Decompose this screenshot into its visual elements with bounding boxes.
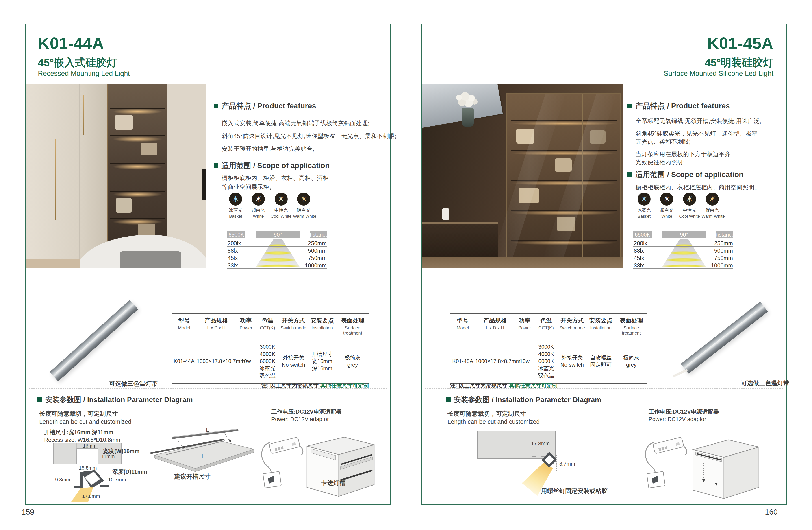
product-photo-closet (422, 84, 623, 268)
spec-table-row: K01-45A 1000×17.8×8.7mm 10w 3000K4000K60… (450, 339, 648, 383)
profile-product-image (687, 305, 769, 370)
cabinet-diagram (690, 434, 761, 500)
bed-throw (120, 251, 181, 268)
lux-row: 45lx750mm (227, 253, 327, 261)
cabinet-caption: 卡进灯槽 (321, 479, 346, 487)
cell-surface: 极简灰grey (336, 354, 369, 368)
cell-surface: 极简灰grey (615, 354, 648, 368)
power-note-cn: 工作电压:DC12V电源适配器 (649, 408, 719, 415)
section-bullet-icon (627, 104, 632, 108)
vase (462, 108, 474, 127)
page-number-right: 160 (765, 507, 778, 516)
sun-icon: ☀ (683, 193, 696, 206)
install-heading: 安装参数图 / Installation Parameter Diagram (38, 395, 193, 405)
light-color-option: ☀ 中性光Cool White (679, 193, 700, 219)
profile-caption: 可选做三色温灯带 (741, 379, 789, 387)
dim-label: 8.7mm (559, 461, 575, 467)
beam-angle-bar: 90° (256, 231, 300, 238)
power-note-en: Power: DC12V adaptor (649, 416, 706, 422)
page-title: K01-44A (38, 34, 104, 53)
lux-row: 200lx250mm (227, 239, 327, 246)
light-color-option: ☀ 冰蓝光Basket (225, 193, 246, 219)
feature-line: 无光点、柔和不刺眼; (636, 138, 691, 145)
cell-size: 1000×17.8×10.7mm (197, 358, 236, 365)
mounting-board-diagram: 17.8mm (477, 431, 556, 459)
cell-switch: 外接开关No switch (558, 354, 586, 368)
light-color-option: ☀ 暖白光Warm White (701, 193, 723, 219)
sun-icon: ☀ (638, 193, 651, 206)
beam-angle-bar: 90° (662, 231, 706, 238)
sun-icon: ☀ (275, 193, 288, 206)
page-title: K01-45A (707, 34, 773, 53)
spec-table-header: 型号Model 产品规格L x D x H 功率Power 色温CCT(K) 开… (172, 314, 369, 339)
groove-length-label: L (202, 453, 205, 460)
section-bullet-icon (627, 172, 632, 177)
board-length-label: L (206, 427, 209, 433)
dim-label: 17.8mm (82, 493, 100, 499)
section-bullet-icon (38, 398, 42, 402)
feature-line: 斜角45°防炫目设计,见光不见灯,迷你型极窄、无光点、柔和不刺眼; (222, 132, 396, 140)
scope-heading: 适用范围 / Scope of application (627, 170, 743, 180)
board-width-label: 宽度(W)16mm (103, 447, 140, 455)
cell-cct: 3000K4000K6000K冰蓝光双色温 (256, 343, 279, 379)
scope-line: 等商业空间展示柜。 (222, 183, 275, 191)
spec-table-header: 型号Model 产品规格L x D x H 功率Power 色温CCT(K) 开… (450, 314, 648, 339)
dim-label: 10.7mm (108, 477, 126, 483)
cell-model: K01-45A (450, 358, 475, 365)
scope-line: 橱柜柜底柜内、柜沿、衣柜、高柜、酒柜 (222, 174, 329, 182)
wardrobe-panels (26, 84, 107, 268)
power-adaptor-diagram (259, 432, 306, 490)
fixing-caption: 用螺丝钉固定安装或粘胶 (541, 487, 608, 495)
section-bullet-icon (214, 104, 218, 108)
gold-handle (55, 139, 56, 220)
dashed-separator (425, 388, 783, 389)
power-note-cn: 工作电压:DC12V电源适配器 (271, 408, 342, 415)
sun-icon: ☀ (252, 193, 265, 206)
dim-label: 17.8mm (531, 441, 550, 447)
cct-bar: 6500K (227, 231, 246, 238)
lux-row: 88lx500mm (633, 246, 733, 253)
light-color-option: ☀ 超白光White (656, 193, 678, 219)
sun-icon: ☀ (706, 193, 719, 206)
product-title-cn: 45°明装硅胶灯 (705, 56, 773, 70)
light-color-option: ☀ 暖白光Warm White (293, 193, 315, 219)
board-drawing (150, 426, 258, 473)
dashed-separator (29, 388, 387, 389)
board-depth-label: 深度(D)11mm (112, 468, 147, 475)
sun-icon: ☀ (660, 193, 673, 206)
vertical-dashed-divider (163, 301, 163, 382)
bench-top (422, 222, 498, 224)
power-adaptor-diagram (642, 432, 690, 490)
floor (422, 257, 623, 268)
light-color-options: ☀ 冰蓝光Basket ☀ 超白光White ☀ 中性光Cool White ☀… (225, 193, 315, 219)
light-color-option: ☀ 中性光Cool White (270, 193, 292, 219)
spec-table: 型号Model 产品规格L x D x H 功率Power 色温CCT(K) 开… (450, 313, 648, 384)
cabinet-diagram (302, 431, 376, 498)
catalog-page-left: K01-44A 45°嵌入式硅胶灯 Recessed Mounting Led … (25, 24, 391, 505)
lux-row: 88lx500mm (227, 246, 327, 253)
cell-model: K01-44A (172, 358, 197, 365)
scope-heading: 适用范围 / Scope of application (214, 161, 330, 171)
power-cable (672, 369, 688, 377)
profile-product-image (53, 304, 135, 378)
catalog-page-right: K01-45A 45°明装硅胶灯 Surface Mounted Silicon… (421, 24, 787, 505)
distance-bar: distance (309, 231, 327, 238)
lux-row: 33lx1000mm (633, 261, 733, 269)
sun-icon: ☀ (229, 193, 242, 206)
product-photo-wardrobe (26, 84, 206, 268)
cell-size: 1000×17.8×8.7mm (475, 358, 515, 365)
feature-line: 嵌入式安装,简单便捷,高端无氧铜端子线极简灰铝面处理; (222, 120, 369, 127)
glass-closet (506, 93, 621, 261)
cell-install: 自攻螺丝固定即可 (586, 354, 615, 368)
recess-size-cn: 开槽尺寸:宽16mm,深11mm (44, 429, 113, 436)
cell-power: 10w (515, 358, 535, 365)
length-note-en: Length can be cut and customized (39, 418, 131, 426)
dim-label: 9.8mm (55, 477, 70, 483)
sun-icon: ☀ (297, 193, 310, 206)
floor (26, 259, 80, 268)
lux-row: 200lx250mm (633, 239, 733, 246)
feature-line: 光效便往柜内照射; (636, 158, 685, 166)
light-color-option: ☀ 超白光White (247, 193, 269, 219)
scope-line: 橱柜柜底柜内、衣柜柜底柜内、商用空间照明。 (636, 183, 760, 191)
features-heading: 产品特点 / Product features (627, 101, 730, 111)
